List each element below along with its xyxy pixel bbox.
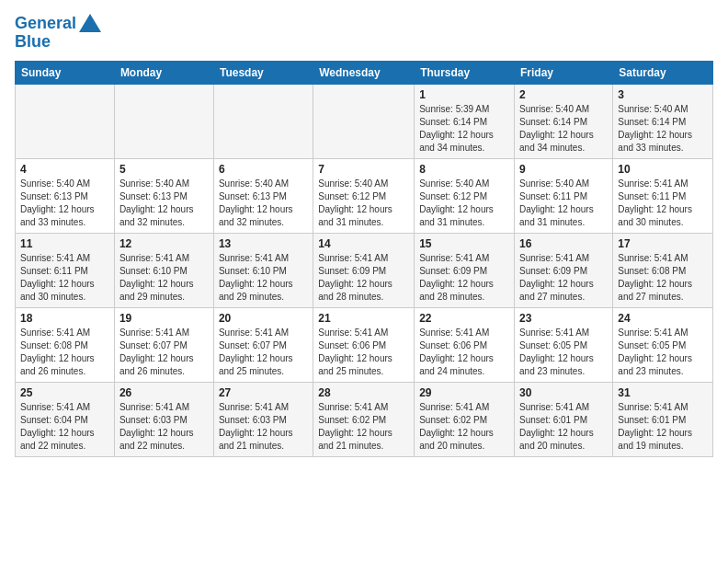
calendar-table: SundayMondayTuesdayWednesdayThursdayFrid… — [15, 61, 713, 457]
calendar-cell: 8Sunrise: 5:40 AM Sunset: 6:12 PM Daylig… — [415, 158, 515, 233]
calendar-cell: 21Sunrise: 5:41 AM Sunset: 6:06 PM Dayli… — [313, 307, 415, 382]
calendar-cell: 20Sunrise: 5:41 AM Sunset: 6:07 PM Dayli… — [213, 307, 313, 382]
day-number: 20 — [219, 312, 308, 325]
calendar-cell: 28Sunrise: 5:41 AM Sunset: 6:02 PM Dayli… — [313, 382, 415, 456]
day-info: Sunrise: 5:40 AM Sunset: 6:14 PM Dayligh… — [519, 103, 608, 155]
calendar-week-4: 25Sunrise: 5:41 AM Sunset: 6:04 PM Dayli… — [16, 382, 713, 456]
day-number: 26 — [119, 386, 209, 399]
day-info: Sunrise: 5:40 AM Sunset: 6:12 PM Dayligh… — [419, 178, 509, 229]
calendar-body: 1Sunrise: 5:39 AM Sunset: 6:14 PM Daylig… — [16, 84, 713, 456]
day-number: 24 — [618, 312, 708, 325]
calendar-cell — [114, 84, 213, 158]
day-info: Sunrise: 5:41 AM Sunset: 6:02 PM Dayligh… — [419, 401, 509, 453]
calendar-cell: 3Sunrise: 5:40 AM Sunset: 6:14 PM Daylig… — [613, 84, 713, 158]
day-info: Sunrise: 5:39 AM Sunset: 6:14 PM Dayligh… — [419, 103, 509, 155]
day-number: 18 — [20, 312, 109, 325]
calendar-cell: 7Sunrise: 5:40 AM Sunset: 6:12 PM Daylig… — [313, 158, 415, 233]
calendar-cell: 22Sunrise: 5:41 AM Sunset: 6:06 PM Dayli… — [415, 307, 515, 382]
day-number: 6 — [219, 163, 308, 176]
day-info: Sunrise: 5:41 AM Sunset: 6:07 PM Dayligh… — [219, 327, 308, 378]
day-info: Sunrise: 5:41 AM Sunset: 6:11 PM Dayligh… — [618, 178, 708, 229]
day-info: Sunrise: 5:41 AM Sunset: 6:06 PM Dayligh… — [419, 327, 509, 378]
day-number: 8 — [419, 163, 509, 176]
calendar-cell: 26Sunrise: 5:41 AM Sunset: 6:03 PM Dayli… — [114, 382, 213, 456]
day-number: 12 — [119, 237, 209, 250]
day-number: 21 — [318, 312, 409, 325]
day-info: Sunrise: 5:41 AM Sunset: 6:09 PM Dayligh… — [419, 252, 509, 304]
day-info: Sunrise: 5:41 AM Sunset: 6:03 PM Dayligh… — [119, 401, 209, 453]
day-info: Sunrise: 5:40 AM Sunset: 6:13 PM Dayligh… — [119, 178, 209, 229]
calendar-cell: 10Sunrise: 5:41 AM Sunset: 6:11 PM Dayli… — [613, 158, 713, 233]
day-number: 13 — [219, 237, 308, 250]
day-header-friday: Friday — [515, 61, 613, 84]
day-number: 17 — [618, 237, 708, 250]
calendar-cell: 18Sunrise: 5:41 AM Sunset: 6:08 PM Dayli… — [16, 307, 115, 382]
day-header-wednesday: Wednesday — [313, 61, 415, 84]
day-number: 23 — [519, 312, 608, 325]
calendar-cell: 25Sunrise: 5:41 AM Sunset: 6:04 PM Dayli… — [16, 382, 115, 456]
calendar-week-1: 4Sunrise: 5:40 AM Sunset: 6:13 PM Daylig… — [16, 158, 713, 233]
day-number: 25 — [20, 386, 109, 399]
calendar-cell: 24Sunrise: 5:41 AM Sunset: 6:05 PM Dayli… — [613, 307, 713, 382]
day-number: 30 — [519, 386, 608, 399]
day-number: 9 — [519, 163, 608, 176]
day-header-sunday: Sunday — [16, 61, 115, 84]
day-info: Sunrise: 5:40 AM Sunset: 6:14 PM Dayligh… — [618, 103, 708, 155]
day-info: Sunrise: 5:40 AM Sunset: 6:13 PM Dayligh… — [20, 178, 109, 229]
calendar-week-0: 1Sunrise: 5:39 AM Sunset: 6:14 PM Daylig… — [16, 84, 713, 158]
day-number: 22 — [419, 312, 509, 325]
logo: General Blue — [15, 15, 101, 52]
day-number: 2 — [519, 88, 608, 101]
day-number: 5 — [119, 163, 209, 176]
calendar-cell — [213, 84, 313, 158]
calendar-cell: 6Sunrise: 5:40 AM Sunset: 6:13 PM Daylig… — [213, 158, 313, 233]
day-number: 31 — [618, 386, 708, 399]
calendar-cell: 23Sunrise: 5:41 AM Sunset: 6:05 PM Dayli… — [515, 307, 613, 382]
day-number: 3 — [618, 88, 708, 101]
day-header-monday: Monday — [114, 61, 213, 84]
day-header-tuesday: Tuesday — [213, 61, 313, 84]
calendar-cell: 19Sunrise: 5:41 AM Sunset: 6:07 PM Dayli… — [114, 307, 213, 382]
calendar-cell — [16, 84, 115, 158]
day-info: Sunrise: 5:40 AM Sunset: 6:13 PM Dayligh… — [219, 178, 308, 229]
svg-marker-0 — [79, 14, 101, 32]
day-number: 19 — [119, 312, 209, 325]
calendar-cell: 11Sunrise: 5:41 AM Sunset: 6:11 PM Dayli… — [16, 233, 115, 307]
day-info: Sunrise: 5:40 AM Sunset: 6:12 PM Dayligh… — [318, 178, 409, 229]
calendar-cell: 17Sunrise: 5:41 AM Sunset: 6:08 PM Dayli… — [613, 233, 713, 307]
day-number: 10 — [618, 163, 708, 176]
calendar-cell: 16Sunrise: 5:41 AM Sunset: 6:09 PM Dayli… — [515, 233, 613, 307]
calendar-cell: 1Sunrise: 5:39 AM Sunset: 6:14 PM Daylig… — [415, 84, 515, 158]
day-number: 16 — [519, 237, 608, 250]
day-number: 7 — [318, 163, 409, 176]
day-info: Sunrise: 5:41 AM Sunset: 6:08 PM Dayligh… — [618, 252, 708, 304]
logo-text2: Blue — [15, 33, 101, 52]
day-number: 29 — [419, 386, 509, 399]
calendar-cell: 30Sunrise: 5:41 AM Sunset: 6:01 PM Dayli… — [515, 382, 613, 456]
calendar-week-2: 11Sunrise: 5:41 AM Sunset: 6:11 PM Dayli… — [16, 233, 713, 307]
day-number: 11 — [20, 237, 109, 250]
day-info: Sunrise: 5:41 AM Sunset: 6:08 PM Dayligh… — [20, 327, 109, 378]
calendar-header: SundayMondayTuesdayWednesdayThursdayFrid… — [16, 61, 713, 84]
calendar-cell: 27Sunrise: 5:41 AM Sunset: 6:03 PM Dayli… — [213, 382, 313, 456]
day-info: Sunrise: 5:41 AM Sunset: 6:07 PM Dayligh… — [119, 327, 209, 378]
day-info: Sunrise: 5:41 AM Sunset: 6:05 PM Dayligh… — [618, 327, 708, 378]
day-info: Sunrise: 5:41 AM Sunset: 6:05 PM Dayligh… — [519, 327, 608, 378]
logo-text: General — [15, 15, 101, 33]
day-info: Sunrise: 5:41 AM Sunset: 6:03 PM Dayligh… — [219, 401, 308, 453]
calendar-cell — [313, 84, 415, 158]
day-info: Sunrise: 5:41 AM Sunset: 6:04 PM Dayligh… — [20, 401, 109, 453]
day-header-saturday: Saturday — [613, 61, 713, 84]
day-number: 28 — [318, 386, 409, 399]
day-info: Sunrise: 5:41 AM Sunset: 6:01 PM Dayligh… — [519, 401, 608, 453]
calendar-cell: 4Sunrise: 5:40 AM Sunset: 6:13 PM Daylig… — [16, 158, 115, 233]
day-number: 1 — [419, 88, 509, 101]
calendar-cell: 29Sunrise: 5:41 AM Sunset: 6:02 PM Dayli… — [415, 382, 515, 456]
calendar-cell: 15Sunrise: 5:41 AM Sunset: 6:09 PM Dayli… — [415, 233, 515, 307]
day-info: Sunrise: 5:41 AM Sunset: 6:01 PM Dayligh… — [618, 401, 708, 453]
day-number: 4 — [20, 163, 109, 176]
calendar-cell: 9Sunrise: 5:40 AM Sunset: 6:11 PM Daylig… — [515, 158, 613, 233]
day-number: 27 — [219, 386, 308, 399]
day-info: Sunrise: 5:41 AM Sunset: 6:11 PM Dayligh… — [20, 252, 109, 304]
day-info: Sunrise: 5:41 AM Sunset: 6:09 PM Dayligh… — [519, 252, 608, 304]
